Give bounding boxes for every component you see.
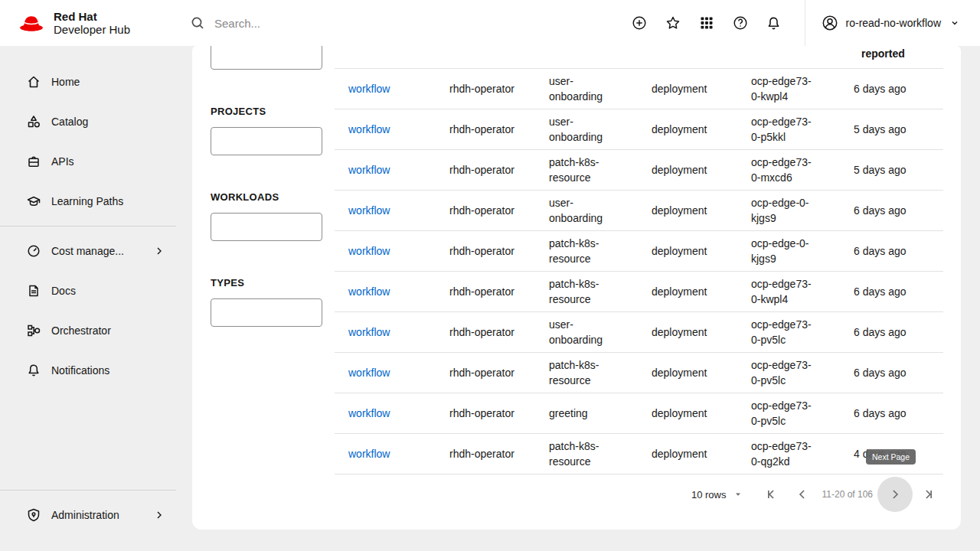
sidebar-item-orchestrator[interactable]: Orchestrator bbox=[0, 311, 176, 350]
cell-reported: 6 days ago bbox=[840, 271, 943, 311]
notifications-bell-icon[interactable] bbox=[765, 14, 783, 32]
cell-project: rhdh-operator bbox=[436, 149, 535, 190]
workloads-table: reported workflow rhdh-operator user-onb… bbox=[335, 46, 943, 474]
workflow-link[interactable]: workflow bbox=[348, 407, 390, 419]
global-search bbox=[176, 15, 630, 31]
cell-cluster: ocp-edge73-0-kwpl4 bbox=[737, 68, 840, 109]
table-header-partial: reported bbox=[335, 46, 943, 68]
sidebar-item-catalog[interactable]: Catalog bbox=[0, 102, 176, 142]
workflow-link[interactable]: workflow bbox=[348, 448, 390, 460]
workloads-filter-label: WORKLOADS bbox=[211, 191, 335, 203]
cell-project: rhdh-operator bbox=[436, 230, 535, 271]
cell-reported: 6 days ago bbox=[840, 68, 943, 109]
workloads-filter-input[interactable] bbox=[211, 213, 322, 241]
workflow-link[interactable]: workflow bbox=[348, 285, 390, 298]
graduation-cap-icon bbox=[26, 194, 41, 209]
header-actions: ro-read-no-workflow bbox=[630, 0, 980, 46]
sidebar-item-docs[interactable]: Docs bbox=[0, 271, 176, 311]
cell-name: workflow bbox=[335, 68, 436, 109]
workflow-link[interactable]: workflow bbox=[348, 367, 390, 379]
cell-project: rhdh-operator bbox=[436, 433, 535, 474]
sidebar-item-administration[interactable]: Administration bbox=[0, 495, 176, 535]
sidebar-item-cost-management[interactable]: Cost manage... bbox=[0, 231, 176, 271]
cell-type: deployment bbox=[638, 433, 737, 474]
cell-type: deployment bbox=[638, 352, 737, 393]
docs-icon bbox=[26, 283, 41, 298]
workflow-link[interactable]: workflow bbox=[348, 164, 390, 176]
cell-name: workflow bbox=[335, 230, 436, 271]
projects-filter-input[interactable] bbox=[211, 127, 322, 155]
caret-down-icon bbox=[733, 490, 743, 499]
types-filter-input[interactable] bbox=[211, 298, 322, 327]
workflow-link[interactable]: workflow bbox=[348, 123, 390, 135]
table-row[interactable]: workflow rhdh-operator user-onboarding d… bbox=[335, 311, 943, 352]
user-menu[interactable]: ro-read-no-workflow bbox=[805, 0, 975, 46]
table-row[interactable]: workflow rhdh-operator user-onboarding d… bbox=[335, 109, 943, 149]
cell-reported: 6 days ago bbox=[840, 393, 943, 433]
table-row[interactable]: workflow rhdh-operator patch-k8s-resourc… bbox=[335, 271, 943, 311]
cell-reported: 5 days ago bbox=[840, 109, 943, 149]
table-row[interactable]: workflow rhdh-operator patch-k8s-resourc… bbox=[335, 149, 943, 190]
cell-name: workflow bbox=[335, 393, 436, 433]
cell-type: deployment bbox=[638, 230, 737, 271]
apps-grid-icon[interactable] bbox=[697, 14, 716, 32]
admin-shield-icon bbox=[26, 507, 41, 523]
sidebar-divider bbox=[0, 490, 176, 491]
sidebar-item-label: Docs bbox=[51, 285, 76, 297]
table-row[interactable]: workflow rhdh-operator greeting deployme… bbox=[335, 393, 943, 433]
workflow-link[interactable]: workflow bbox=[348, 204, 390, 217]
cell-reported: 6 days ago bbox=[840, 230, 943, 271]
cell-project: rhdh-operator bbox=[436, 311, 535, 352]
orchestrator-workflow-icon bbox=[26, 323, 41, 338]
table-row[interactable]: workflow rhdh-operator patch-k8s-resourc… bbox=[335, 230, 943, 271]
cell-type: deployment bbox=[638, 271, 737, 311]
rows-per-page-select[interactable]: 10 rows bbox=[691, 489, 743, 500]
create-plus-icon[interactable] bbox=[630, 14, 648, 32]
cell-type: deployment bbox=[638, 109, 737, 149]
table-row[interactable]: workflow rhdh-operator user-onboarding d… bbox=[335, 68, 943, 109]
brand-line2: Developer Hub bbox=[54, 23, 130, 36]
cell-reported: 6 days ago bbox=[840, 311, 943, 352]
starred-star-icon[interactable] bbox=[664, 14, 682, 32]
sidebar-item-learning-paths[interactable]: Learning Paths bbox=[0, 181, 176, 221]
first-page-button[interactable] bbox=[756, 479, 787, 510]
cost-gauge-icon bbox=[26, 243, 41, 259]
cell-workload: patch-k8s-resource bbox=[535, 271, 638, 311]
table-row[interactable]: workflow rhdh-operator patch-k8s-resourc… bbox=[335, 433, 943, 474]
cell-cluster: ocp-edge-0-kjgs9 bbox=[737, 230, 840, 271]
sidebar-item-home[interactable]: Home bbox=[0, 62, 176, 102]
cell-workload: user-onboarding bbox=[535, 68, 638, 109]
sidebar-item-apis[interactable]: APIs bbox=[0, 142, 176, 181]
cell-cluster: ocp-edge73-0-qg2kd bbox=[737, 433, 840, 474]
workflow-link[interactable]: workflow bbox=[348, 245, 390, 257]
cell-cluster: ocp-edge73-0-p5kkl bbox=[737, 109, 840, 149]
cell-name: workflow bbox=[335, 149, 436, 190]
cell-cluster: ocp-edge73-0-mxcd6 bbox=[737, 149, 840, 190]
app-header: Red Hat Developer Hub bbox=[0, 0, 980, 46]
cell-reported: 6 days ago bbox=[840, 352, 943, 393]
next-page-button[interactable] bbox=[877, 477, 913, 512]
workflow-link[interactable]: workflow bbox=[348, 326, 390, 338]
search-icon bbox=[190, 15, 205, 31]
cell-project: rhdh-operator bbox=[436, 271, 535, 311]
projects-filter-label: PROJECTS bbox=[211, 106, 335, 117]
table-row[interactable]: workflow rhdh-operator patch-k8s-resourc… bbox=[335, 352, 943, 393]
cell-name: workflow bbox=[335, 433, 436, 474]
previous-page-button[interactable] bbox=[787, 479, 818, 510]
table-row[interactable]: workflow rhdh-operator user-onboarding d… bbox=[335, 190, 943, 230]
filter-input-top-partial[interactable] bbox=[211, 46, 322, 70]
search-input[interactable] bbox=[214, 17, 475, 30]
chevron-down-icon bbox=[948, 16, 962, 30]
cell-project: rhdh-operator bbox=[436, 393, 535, 433]
workflow-link[interactable]: workflow bbox=[348, 83, 390, 95]
cell-type: deployment bbox=[638, 149, 737, 190]
sidebar-divider bbox=[0, 226, 176, 227]
help-icon[interactable] bbox=[731, 14, 750, 32]
cell-cluster: ocp-edge-0-kjgs9 bbox=[737, 190, 840, 230]
brand-logo[interactable]: Red Hat Developer Hub bbox=[0, 10, 176, 37]
sidebar-item-label: Catalog bbox=[51, 116, 88, 128]
last-page-button[interactable] bbox=[913, 479, 943, 510]
column-header-reported[interactable]: reported bbox=[840, 46, 943, 68]
cell-type: deployment bbox=[638, 68, 737, 109]
sidebar-item-notifications[interactable]: Notifications bbox=[0, 350, 176, 390]
